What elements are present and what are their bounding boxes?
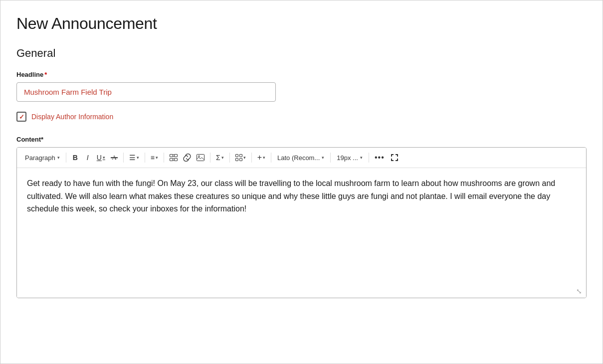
editor-text[interactable]: Get ready to have fun with the fungi! On… (27, 177, 576, 215)
paragraph-group: Paragraph ▾ (22, 151, 63, 165)
link-icon (183, 154, 191, 162)
plus-button[interactable]: + ▾ (255, 151, 268, 165)
insert-group (167, 151, 207, 165)
page-container: New Announcement General Headline* ✓ Dis… (0, 0, 603, 364)
separator-7 (251, 153, 252, 163)
display-author-row: ✓ Display Author Information (16, 112, 587, 122)
expand-group (388, 151, 401, 165)
more-group: ••• (372, 151, 387, 165)
grid-button[interactable]: ▾ (233, 151, 248, 165)
headline-input[interactable] (16, 82, 276, 102)
align-button[interactable]: ☰ ▾ (127, 151, 142, 165)
content-section: Content* Paragraph ▾ B I (16, 136, 587, 298)
svg-point-6 (199, 156, 200, 157)
separator-10 (369, 153, 369, 163)
grid-chevron: ▾ (243, 155, 246, 160)
list-chevron: ▾ (156, 155, 158, 160)
underline-button[interactable]: U ▾ (94, 151, 108, 165)
align-chevron: ▾ (137, 155, 139, 160)
font-group: Lato (Recom... ▾ (274, 151, 327, 165)
svg-rect-0 (170, 155, 173, 157)
bold-button[interactable]: B (69, 151, 81, 165)
list-group: ≡ ▾ (148, 151, 161, 165)
table-split-icon (170, 154, 178, 161)
content-label: Content* (16, 136, 587, 143)
image-icon (197, 154, 204, 161)
plus-chevron: ▾ (263, 155, 265, 160)
grid-group: ▾ (233, 151, 248, 165)
paragraph-chevron: ▾ (57, 155, 60, 160)
link-button[interactable] (181, 151, 194, 165)
separator-3 (145, 153, 145, 163)
svg-rect-10 (239, 159, 242, 161)
editor-toolbar: Paragraph ▾ B I U ▾ (17, 148, 586, 168)
font-select[interactable]: Lato (Recom... ▾ (274, 151, 327, 165)
expand-button[interactable] (388, 151, 401, 165)
svg-rect-2 (170, 159, 173, 161)
resize-handle[interactable]: ⤡ (576, 288, 583, 295)
svg-rect-3 (175, 159, 178, 161)
size-group: 19px ... ▾ (334, 151, 366, 165)
expand-icon (391, 154, 399, 162)
svg-rect-7 (235, 155, 238, 157)
display-author-label[interactable]: Display Author Information (31, 113, 113, 121)
font-chevron: ▾ (322, 155, 324, 160)
size-select[interactable]: 19px ... ▾ (334, 151, 366, 165)
underline-chevron: ▾ (103, 155, 105, 160)
formula-group: Σ ▾ (213, 151, 226, 165)
grid-icon (235, 154, 242, 161)
paragraph-select[interactable]: Paragraph ▾ (22, 151, 63, 165)
image-button[interactable] (194, 151, 207, 165)
align-group: ☰ ▾ (127, 151, 142, 165)
svg-rect-9 (235, 159, 238, 161)
size-chevron: ▾ (360, 155, 363, 160)
editor-container: Paragraph ▾ B I U ▾ (16, 147, 587, 298)
section-title: General (16, 47, 587, 60)
separator-9 (330, 153, 331, 163)
table-split-button[interactable] (167, 151, 180, 165)
page-title: New Announcement (16, 14, 587, 33)
strikethrough-button[interactable]: A (108, 151, 120, 165)
formula-button[interactable]: Σ ▾ (213, 151, 226, 165)
format-group: B I U ▾ A (69, 151, 120, 165)
more-button[interactable]: ••• (372, 151, 387, 165)
headline-label: Headline* (16, 71, 587, 78)
separator-5 (210, 153, 210, 163)
italic-button[interactable]: I (82, 151, 94, 165)
svg-rect-8 (239, 155, 242, 157)
plus-group: + ▾ (255, 151, 268, 165)
svg-rect-5 (197, 155, 204, 161)
display-author-checkbox[interactable]: ✓ (16, 112, 26, 122)
editor-content[interactable]: Get ready to have fun with the fungi! On… (17, 168, 586, 298)
separator-2 (123, 153, 124, 163)
svg-rect-1 (175, 155, 178, 157)
checkbox-checkmark: ✓ (19, 114, 24, 120)
list-button[interactable]: ≡ ▾ (148, 151, 161, 165)
separator-4 (164, 153, 164, 163)
separator-6 (229, 153, 230, 163)
separator-8 (271, 153, 271, 163)
formula-chevron: ▾ (221, 155, 224, 160)
separator-1 (66, 153, 66, 163)
